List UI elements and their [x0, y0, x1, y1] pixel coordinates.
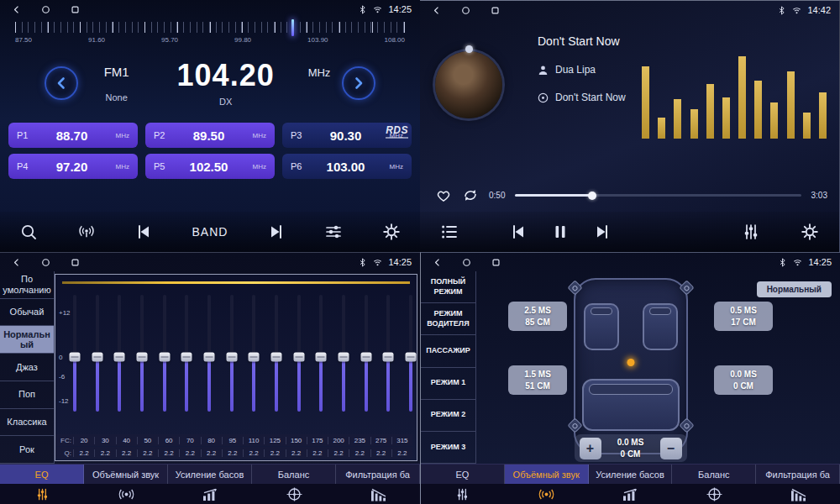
slider-knob[interactable]: [92, 352, 102, 361]
preset-button-p4[interactable]: P4 97.20 MHz: [8, 154, 138, 179]
eq-preset-normal[interactable]: Нормальный: [0, 326, 54, 354]
seek-knob[interactable]: [588, 192, 596, 200]
recents-icon[interactable]: [491, 258, 501, 267]
eq-band-slider[interactable]: [342, 295, 345, 412]
preset-button-p6[interactable]: P6 103.00 MHz: [282, 154, 412, 179]
slider-knob[interactable]: [203, 352, 214, 361]
preset-button-p2[interactable]: P2 89.50 MHz: [145, 123, 275, 148]
favorite-heart-icon[interactable]: [435, 187, 452, 203]
tab-icon-eq[interactable]: [421, 484, 505, 504]
slider-knob[interactable]: [70, 352, 81, 361]
tune-up-button[interactable]: [342, 66, 375, 100]
tab-filter[interactable]: Фильтрация ба: [336, 465, 420, 484]
slider-knob[interactable]: [270, 352, 281, 361]
radio-broadcast-icon[interactable]: [77, 223, 96, 241]
tune-down-button[interactable]: [45, 66, 78, 100]
pause-icon[interactable]: [551, 223, 570, 241]
eq-band-slider[interactable]: [319, 295, 323, 412]
home-icon[interactable]: [461, 6, 470, 15]
eq-band-slider[interactable]: [275, 295, 278, 412]
back-icon[interactable]: [12, 5, 21, 14]
tab-filter[interactable]: Фильтрация ба: [756, 465, 840, 484]
repeat-icon[interactable]: [462, 187, 479, 203]
tab-icon-surround[interactable]: [84, 484, 168, 504]
next-track-icon[interactable]: [593, 223, 612, 241]
slider-knob[interactable]: [316, 352, 327, 361]
mode-passenger[interactable]: ПАССАЖИР: [421, 335, 475, 367]
home-icon[interactable]: [41, 258, 50, 267]
search-icon[interactable]: [19, 223, 38, 241]
tab-eq[interactable]: EQ: [0, 465, 84, 484]
mode-driver[interactable]: РЕЖИМ ВОДИТЕЛЯ: [421, 303, 475, 335]
tab-balance[interactable]: Баланс: [252, 465, 336, 484]
eq-band-slider[interactable]: [118, 295, 121, 412]
slider-knob[interactable]: [159, 352, 170, 361]
previous-track-icon[interactable]: [509, 223, 528, 241]
front-right-delay-button[interactable]: 0.5 MS 17 CM: [714, 302, 773, 331]
eq-band-slider[interactable]: [73, 295, 76, 412]
tab-icon-bass[interactable]: [589, 484, 673, 504]
eq-band-slider[interactable]: [386, 295, 390, 412]
mode-full[interactable]: ПОЛНЫЙ РЕЖИМ: [421, 271, 475, 303]
eq-band-slider[interactable]: [365, 295, 368, 412]
tab-eq[interactable]: EQ: [421, 465, 505, 484]
eq-band-slider[interactable]: [230, 295, 234, 412]
eq-band-slider[interactable]: [140, 295, 144, 412]
rear-right-delay-button[interactable]: 0.0 MS 0 CM: [714, 365, 773, 395]
recents-icon[interactable]: [491, 6, 500, 15]
home-icon[interactable]: [41, 5, 50, 14]
tab-bass-boost[interactable]: Усиление басов: [168, 465, 252, 484]
delay-plus-button[interactable]: +: [580, 438, 601, 459]
delay-minus-button[interactable]: −: [660, 438, 682, 459]
back-icon[interactable]: [12, 258, 21, 267]
slider-knob[interactable]: [114, 352, 125, 361]
slider-knob[interactable]: [293, 352, 304, 361]
back-icon[interactable]: [433, 258, 442, 267]
eq-band-slider[interactable]: [409, 295, 412, 412]
eq-band-slider[interactable]: [207, 295, 211, 412]
eq-band-slider[interactable]: [297, 295, 301, 412]
slider-knob[interactable]: [405, 352, 416, 361]
tab-icon-bass[interactable]: [168, 484, 252, 504]
eq-band-slider[interactable]: [163, 295, 166, 412]
tab-icon-surround[interactable]: [505, 484, 589, 504]
eq-preset-custom[interactable]: Обычай: [0, 299, 54, 327]
playlist-icon[interactable]: [440, 223, 459, 241]
recents-icon[interactable]: [71, 258, 80, 267]
eq-band-slider[interactable]: [185, 295, 188, 412]
tab-icon-filter[interactable]: [756, 484, 840, 504]
eq-preset-default[interactable]: По умолчанию: [0, 271, 54, 299]
rear-left-delay-button[interactable]: 1.5 MS 51 CM: [508, 365, 567, 395]
band-button[interactable]: BAND: [192, 225, 228, 239]
frequency-ruler[interactable]: 87.50 91.60 95.70 99.80 103.90 108.00: [15, 22, 405, 44]
slider-knob[interactable]: [181, 352, 192, 361]
mode-2[interactable]: РЕЖИМ 2: [421, 400, 475, 432]
recents-icon[interactable]: [71, 5, 80, 14]
eq-preset-pop[interactable]: Поп: [0, 381, 54, 409]
tab-surround[interactable]: Объёмный звук: [84, 465, 168, 484]
home-icon[interactable]: [462, 258, 471, 267]
back-icon[interactable]: [432, 6, 441, 15]
slider-knob[interactable]: [338, 352, 349, 361]
slider-knob[interactable]: [360, 352, 371, 361]
tab-surround[interactable]: Объёмный звук: [505, 465, 589, 484]
slider-knob[interactable]: [226, 352, 237, 361]
next-track-icon[interactable]: [267, 223, 286, 241]
mode-1[interactable]: РЕЖИМ 1: [421, 368, 475, 400]
equalizer-sliders-icon[interactable]: [742, 223, 760, 241]
eq-preset-rock[interactable]: Рок: [0, 436, 54, 464]
slider-knob[interactable]: [136, 352, 147, 361]
preset-button-p1[interactable]: P1 88.70 MHz: [8, 123, 138, 148]
mixer-icon[interactable]: [324, 223, 343, 241]
eq-band-slider[interactable]: [252, 295, 255, 412]
front-left-delay-button[interactable]: 2.5 MS 85 CM: [508, 302, 567, 331]
tab-icon-balance[interactable]: [672, 484, 756, 504]
slider-knob[interactable]: [249, 352, 260, 361]
eq-preset-jazz[interactable]: Джаз: [0, 354, 54, 381]
tab-icon-balance[interactable]: [252, 484, 336, 504]
tab-icon-filter[interactable]: [336, 484, 420, 504]
eq-preset-classic[interactable]: Классика: [0, 409, 54, 437]
mode-3[interactable]: РЕЖИМ 3: [421, 432, 475, 464]
gear-icon[interactable]: [382, 223, 401, 241]
tab-balance[interactable]: Баланс: [672, 465, 756, 484]
